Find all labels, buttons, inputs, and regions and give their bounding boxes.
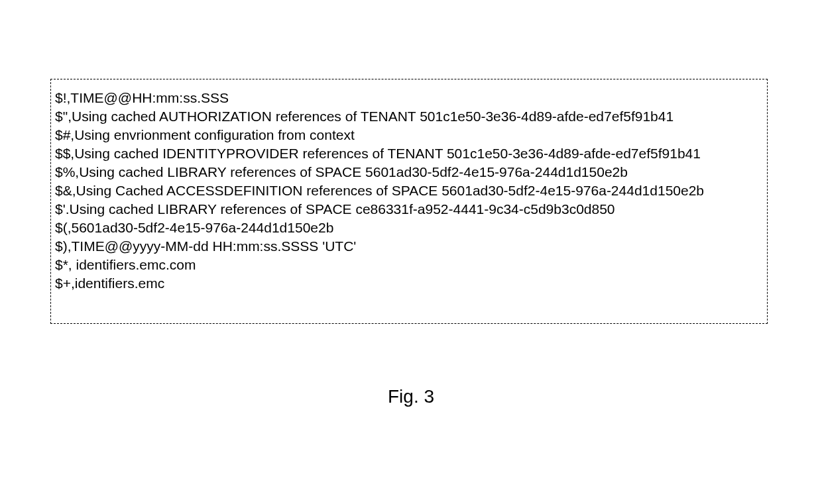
figure-label: Fig. 3 [0, 386, 822, 407]
code-line: $&,Using Cached ACCESSDEFINITION referen… [55, 181, 763, 200]
code-line: $",Using cached AUTHORIZATION references… [55, 107, 763, 126]
code-line: $(,5601ad30-5df2-4e15-976a-244d1d150e2b [55, 219, 763, 237]
code-line: $*, identifiers.emc.com [55, 256, 763, 274]
code-line: $!,TIME@@HH:mm:ss.SSS [55, 89, 763, 107]
code-line: $%,Using cached LIBRARY references of SP… [55, 163, 763, 181]
code-line: $$,Using cached IDENTITYPROVIDER referen… [55, 144, 763, 163]
code-line: $),TIME@@yyyy-MM-dd HH:mm:ss.SSSS 'UTC' [55, 237, 763, 256]
code-line: $+,identifiers.emc [55, 274, 763, 293]
code-frame: $!,TIME@@HH:mm:ss.SSS $",Using cached AU… [50, 79, 768, 324]
code-line: $'.Using cached LIBRARY references of SP… [55, 200, 763, 219]
code-line: $#,Using envrionment configuration from … [55, 126, 763, 144]
